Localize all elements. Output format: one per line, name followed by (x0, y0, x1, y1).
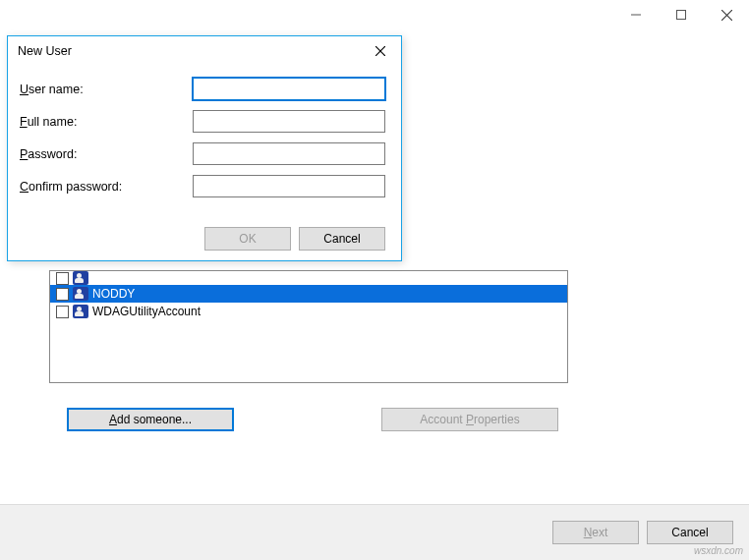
list-item[interactable] (50, 271, 567, 285)
dialog-titlebar[interactable]: New User (8, 36, 401, 66)
close-icon[interactable] (366, 40, 395, 62)
checkbox[interactable] (56, 272, 69, 285)
user-icon (73, 287, 88, 301)
user-name: NODDY (92, 287, 135, 301)
ok-button: OK (204, 227, 291, 251)
password-label: Password: (20, 147, 193, 161)
mnemonic: A (109, 413, 117, 426)
form-row-confirm: Confirm password: (20, 175, 385, 197)
form-row-username: User name: (20, 78, 385, 100)
action-row: Add someone... Account Properties (67, 408, 568, 431)
maximize-button[interactable] (659, 0, 704, 29)
list-item[interactable]: NODDY (50, 285, 567, 303)
form-row-password: Password: (20, 142, 385, 165)
titlebar (0, 0, 749, 29)
checkbox[interactable] (56, 288, 69, 301)
cancel-button[interactable]: Cancel (647, 521, 733, 544)
close-button[interactable] (704, 0, 749, 29)
users-list[interactable]: NODDY WDAGUtilityAccount (49, 270, 568, 383)
password-input[interactable] (193, 142, 385, 165)
username-label: User name: (20, 83, 193, 96)
dialog-body: User name: Full name: Password: Confirm … (8, 66, 401, 221)
form-row-fullname: Full name: (20, 110, 385, 133)
next-button: Next (552, 521, 639, 544)
new-user-dialog: New User User name: Full name: Password:… (7, 35, 402, 261)
user-icon (73, 271, 88, 285)
username-input[interactable] (193, 78, 385, 100)
checkbox[interactable] (56, 306, 69, 318)
list-item[interactable]: WDAGUtilityAccount (50, 303, 567, 320)
add-someone-button[interactable]: Add someone... (67, 408, 234, 431)
dialog-button-row: OK Cancel (8, 221, 401, 260)
fullname-label: Full name: (20, 115, 193, 129)
account-properties-button: Account Properties (381, 408, 558, 431)
confirm-password-input[interactable] (193, 175, 385, 197)
svg-rect-1 (677, 11, 686, 20)
footer: Next Cancel (0, 505, 749, 560)
user-icon (73, 305, 88, 318)
mnemonic: P (466, 413, 474, 426)
minimize-button[interactable] (613, 0, 659, 29)
user-name: WDAGUtilityAccount (92, 305, 201, 318)
fullname-input[interactable] (193, 110, 385, 133)
mnemonic: N (584, 526, 593, 539)
confirm-label: Confirm password: (20, 180, 193, 194)
dialog-title: New User (18, 44, 72, 58)
dialog-cancel-button[interactable]: Cancel (299, 227, 385, 251)
watermark: wsxdn.com (694, 545, 743, 556)
